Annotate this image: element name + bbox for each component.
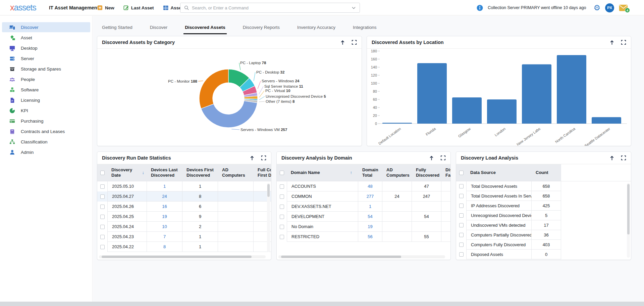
expand-icon[interactable] (440, 155, 446, 161)
row-checkbox[interactable] (459, 233, 464, 237)
sidebar-item-contracts-and-leases[interactable]: Contracts and Leases (2, 126, 90, 136)
select-all-checkbox[interactable] (100, 171, 105, 175)
donut-slice-pc-monitor[interactable] (199, 69, 228, 108)
tab-inventory-accuracy[interactable]: Inventory Accuracy (296, 23, 337, 34)
upload-arrow-icon[interactable] (340, 40, 345, 45)
tab-discovered-assets[interactable]: Discovered Assets (183, 23, 226, 34)
table-row[interactable]: Total Discovered Assets In Service658 (456, 191, 631, 201)
upload-arrow-icon[interactable] (249, 155, 255, 161)
bar-north-carolina[interactable] (557, 55, 586, 124)
cell-link[interactable]: 19 (368, 224, 372, 229)
row-checkbox[interactable] (280, 225, 284, 229)
vertical-scrollbar[interactable] (267, 183, 270, 252)
column-header-ad-computers[interactable]: AD Computers (218, 164, 254, 181)
table-row[interactable]: IP Addresses Discovered425 (456, 201, 631, 211)
column-header-devices-first[interactable]: Devices First Discovered (182, 164, 218, 181)
table-row[interactable]: COMMON27724247 (277, 191, 450, 202)
column-header-ad[interactable]: AD Computers (382, 164, 412, 181)
column-header-data-source[interactable]: Data Source (466, 167, 532, 178)
row-checkbox[interactable] (459, 204, 464, 208)
sidebar-item-discover[interactable]: Discover (2, 22, 90, 32)
table-row[interactable]: ACCOUNTS4847 (277, 181, 450, 191)
sidebar-item-licensing[interactable]: Licensing (2, 95, 90, 105)
row-checkbox[interactable] (459, 194, 464, 198)
horizontal-scrollbar[interactable] (99, 255, 266, 258)
info-icon[interactable] (477, 5, 483, 11)
horizontal-scrollbar[interactable] (278, 255, 445, 258)
table-row[interactable]: DEV.XASSETS.NET1 (277, 202, 450, 212)
row-checkbox[interactable] (280, 184, 284, 189)
cell-link[interactable]: 19 (162, 214, 167, 219)
expand-icon[interactable] (621, 40, 626, 45)
row-checkbox[interactable] (100, 245, 105, 249)
table-row[interactable]: Unrecognised Discovered Devices5 (456, 211, 631, 220)
last-asset-button[interactable]: Last Asset (123, 5, 154, 11)
cell-link[interactable]: 48 (368, 184, 372, 189)
sidebar-item-server[interactable]: Server (2, 53, 90, 63)
new-button[interactable]: New (97, 5, 114, 11)
sidebar-item-classification[interactable]: Classification (2, 137, 90, 147)
row-checkbox[interactable] (459, 252, 464, 257)
cell-link[interactable]: 277 (367, 194, 374, 199)
select-all-checkbox[interactable] (280, 171, 284, 175)
cell-link[interactable]: 1 (163, 184, 166, 189)
bar-new-jersey-labs[interactable] (522, 64, 551, 124)
cell-link[interactable]: 7 (163, 234, 166, 239)
cell-link[interactable]: 10 (162, 224, 167, 229)
column-header-domain-name[interactable]: Domain Name↑ (287, 167, 358, 178)
table-row[interactable]: Computers Fully Discovered403 (456, 240, 631, 250)
row-checkbox[interactable] (280, 215, 284, 219)
column-header-dis[interactable]: Dis Fail (441, 164, 450, 181)
table-row[interactable]: RESTRICTED5655 (277, 232, 450, 242)
row-checkbox[interactable] (280, 205, 284, 209)
row-checkbox[interactable] (459, 223, 464, 227)
column-header-domain[interactable]: Domain Total (358, 164, 382, 181)
sidebar-item-kpi[interactable]: KPI (2, 105, 90, 116)
select-all-checkbox[interactable] (459, 171, 464, 175)
row-checkbox[interactable] (100, 205, 105, 209)
sidebar-item-software[interactable]: Software (2, 85, 90, 95)
table-row[interactable]: DEVELOPMENT5454 (277, 212, 450, 222)
sidebar-item-asset[interactable]: Asset (2, 33, 90, 43)
row-checkbox[interactable] (100, 235, 105, 239)
table-row[interactable]: Disposed Assets0 (456, 250, 631, 259)
table-row[interactable]: 2025.04.24102 (97, 222, 271, 232)
gear-icon[interactable]: ⚙ (593, 4, 600, 12)
table-row[interactable]: 2025.04.25199 (97, 212, 271, 222)
expand-icon[interactable] (352, 40, 357, 45)
cell-link[interactable]: 24 (162, 194, 167, 199)
tab-integrations[interactable]: Integrations (352, 23, 378, 34)
expand-icon[interactable] (621, 155, 626, 161)
tab-discover[interactable]: Discover (149, 23, 169, 34)
sidebar-item-desktop[interactable]: Desktop (2, 43, 90, 53)
table-row[interactable]: Computers Partially Discovered36 (456, 230, 631, 240)
upload-arrow-icon[interactable] (609, 155, 615, 161)
bar-glasgow[interactable] (452, 97, 482, 124)
table-row[interactable]: 2025.05.1011 (97, 181, 271, 191)
sidebar-item-admin[interactable]: Admin (2, 147, 90, 157)
table-row[interactable]: Total Discovered Assets658 (456, 181, 631, 191)
cell-link[interactable]: 1 (369, 204, 371, 209)
table-row[interactable]: 2025.04.2281 (97, 242, 271, 252)
search-combobox[interactable] (180, 3, 360, 13)
row-checkbox[interactable] (459, 243, 464, 247)
row-checkbox[interactable] (459, 213, 464, 218)
search-input[interactable] (192, 5, 348, 10)
row-checkbox[interactable] (280, 194, 284, 199)
vertical-scrollbar[interactable] (627, 183, 630, 258)
table-row[interactable]: 2025.04.2371 (97, 232, 271, 242)
expand-icon[interactable] (261, 155, 266, 161)
xassets-logo[interactable]: xassets (10, 3, 36, 12)
sidebar-item-people[interactable]: People (2, 74, 90, 84)
column-header-devices-last[interactable]: Devices Last Discovered (147, 164, 182, 181)
tab-discovery-reports[interactable]: Discovery Reports (241, 23, 281, 34)
avatar[interactable]: PX (605, 3, 614, 12)
row-checkbox[interactable] (459, 184, 464, 188)
cell-link[interactable]: 16 (162, 204, 167, 209)
upload-arrow-icon[interactable] (429, 155, 434, 161)
row-checkbox[interactable] (100, 215, 105, 219)
messages-button[interactable]: 4 (619, 4, 628, 11)
table-row[interactable]: Undiscovered VMs detected17 (456, 220, 631, 230)
cell-link[interactable]: 8 (163, 244, 166, 249)
sidebar-item-storage-and-spares[interactable]: Storage and Spares (2, 64, 90, 74)
